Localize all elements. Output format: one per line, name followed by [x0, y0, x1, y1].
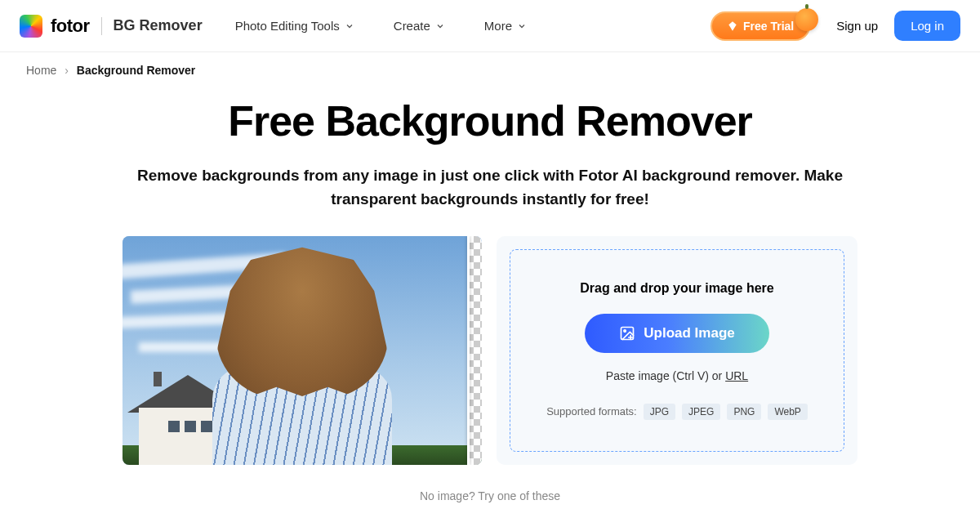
- header: fotor BG Remover Photo Editing Tools Cre…: [0, 0, 980, 52]
- free-trial-button[interactable]: Free Trial: [710, 11, 810, 41]
- svg-point-1: [624, 330, 626, 333]
- login-button[interactable]: Log in: [894, 11, 960, 41]
- hero: Free Background Remover Remove backgroun…: [0, 88, 980, 236]
- paste-hint: Paste image (Ctrl V) or URL: [606, 369, 748, 382]
- nav-photo-editing[interactable]: Photo Editing Tools: [235, 19, 354, 33]
- breadcrumb-home[interactable]: Home: [26, 64, 56, 77]
- dropzone[interactable]: Drag and drop your image here Upload Ima…: [510, 249, 844, 452]
- signup-link[interactable]: Sign up: [836, 19, 878, 33]
- format-chip: PNG: [727, 404, 761, 420]
- drop-text: Drag and drop your image here: [580, 281, 773, 296]
- chevron-down-icon: [435, 21, 445, 31]
- logo[interactable]: fotor: [20, 15, 90, 38]
- upload-image-icon: [619, 325, 635, 342]
- slider-handle[interactable]: [467, 236, 470, 465]
- upload-card: Drag and drop your image here Upload Ima…: [497, 236, 858, 465]
- nav-label: More: [484, 19, 512, 33]
- formats-label: Supported formats:: [546, 405, 637, 417]
- fotor-logo-icon: [20, 15, 42, 38]
- breadcrumb-separator: ›: [65, 64, 69, 77]
- paste-prefix: Paste image (Ctrl V) or: [606, 369, 725, 382]
- nav-label: Create: [394, 19, 430, 33]
- breadcrumb: Home › Background Remover: [0, 52, 980, 88]
- logo-text: fotor: [51, 16, 90, 37]
- preview-subject: [188, 236, 416, 465]
- paste-url-link[interactable]: URL: [725, 369, 748, 382]
- free-trial-label: Free Trial: [743, 20, 794, 33]
- nav-label: Photo Editing Tools: [235, 19, 340, 33]
- nav-more[interactable]: More: [484, 19, 527, 33]
- preview-slider[interactable]: [122, 236, 482, 465]
- divider: [101, 17, 102, 35]
- upload-button[interactable]: Upload Image: [585, 314, 768, 353]
- page-subtitle: Remove backgrounds from any image in jus…: [122, 163, 858, 212]
- format-chip: JPG: [644, 404, 675, 420]
- chevron-down-icon: [517, 21, 527, 31]
- format-chip: JPEG: [682, 404, 720, 420]
- pumpkin-icon: [795, 8, 818, 31]
- no-image-hint: No image? Try one of these: [0, 489, 980, 502]
- subbrand[interactable]: BG Remover: [114, 17, 203, 34]
- upload-button-label: Upload Image: [644, 325, 734, 342]
- main-nav: Photo Editing Tools Create More: [235, 19, 527, 33]
- page-title: Free Background Remover: [33, 96, 947, 145]
- formats-line: Supported formats: JPG JPEG PNG WebP: [546, 404, 808, 420]
- format-chip: WebP: [768, 404, 807, 420]
- nav-create[interactable]: Create: [394, 19, 445, 33]
- content-row: Drag and drop your image here Upload Ima…: [0, 236, 980, 465]
- diamond-icon: [727, 20, 738, 32]
- chevron-down-icon: [345, 21, 354, 31]
- breadcrumb-current: Background Remover: [77, 64, 195, 77]
